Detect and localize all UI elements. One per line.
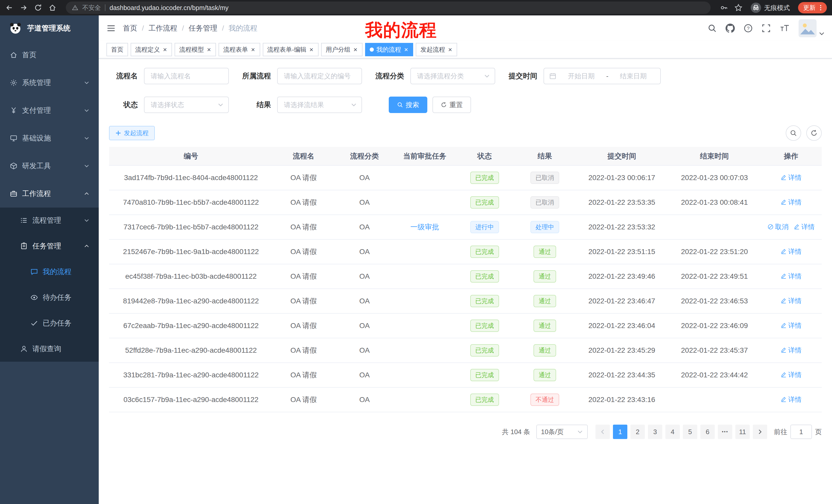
detail-button[interactable]: 详情 [781,173,802,182]
search-icon[interactable] [707,24,717,33]
sidebar-item-process-management[interactable]: 流程管理 [0,207,99,233]
close-icon[interactable]: × [448,46,452,53]
sidebar-item-my-process[interactable]: 我的流程 [0,259,99,285]
category-select[interactable]: 请选择流程分类 [410,68,495,84]
page-button-2[interactable]: 2 [630,425,645,439]
cell-result: 处理中 [515,215,575,240]
sidebar-item-task-management[interactable]: 任务管理 [0,233,99,259]
breadcrumb-item[interactable]: 首页 [123,23,137,33]
cancel-button[interactable]: 取消 [768,222,788,231]
browser-menu-dots-icon[interactable] [817,4,824,11]
detail-button[interactable]: 详情 [781,247,802,256]
chevron-down-icon [84,218,89,223]
chat-icon [30,268,38,276]
page-button-1[interactable]: 1 [613,425,627,439]
cell-category: OA [334,289,395,313]
sidebar-item-home[interactable]: 首页 [0,41,99,69]
sidebar-item-label: 研发工具 [22,161,51,171]
fullscreen-icon[interactable] [761,24,771,33]
category-label: 流程分类 [375,71,404,81]
toggle-search-button[interactable] [786,125,801,141]
sidebar-item-workflow[interactable]: 工作流程 [0,180,99,207]
page-button-6[interactable]: 6 [700,425,715,439]
browser-back-icon[interactable] [5,4,14,12]
detail-button[interactable]: 详情 [794,222,815,231]
process-name-input[interactable] [144,68,229,84]
sidebar-item-leave-query[interactable]: 请假查询 [0,336,99,362]
cell-end-time: 2022-01-22 23:46:53 [669,289,760,313]
update-button-label: 更新 [803,4,815,12]
tab-home[interactable]: 首页 [106,43,128,56]
detail-button[interactable]: 详情 [781,198,802,207]
create-process-button[interactable]: 发起流程 [109,126,155,140]
detail-button[interactable]: 详情 [781,321,802,330]
prev-page-button[interactable] [595,425,610,439]
status-badge: 已完成 [470,369,499,381]
edit-icon [781,347,787,353]
close-icon[interactable]: × [251,46,255,53]
detail-button[interactable]: 详情 [781,395,802,404]
user-avatar[interactable] [799,19,824,37]
detail-button[interactable]: 详情 [781,370,802,380]
edit-icon [794,224,800,230]
tab-process-form[interactable]: 流程表单× [218,43,260,56]
github-icon[interactable] [726,24,735,33]
page-ellipsis[interactable]: ••• [718,425,732,439]
browser-reload-icon[interactable] [34,4,42,12]
column-header: 当前审批任务 [395,147,455,165]
result-select[interactable]: 请选择流结果 [277,96,362,113]
breadcrumb-item[interactable]: 工作流程 [149,23,177,33]
tab-process-model[interactable]: 流程模型× [175,43,216,56]
page-size-select[interactable]: 10条/页 [536,425,588,439]
search-button[interactable]: 搜索 [389,96,427,113]
tab-user-group[interactable]: 用户分组× [321,43,363,56]
sidebar-item-label: 系统管理 [22,78,51,88]
page-button-3[interactable]: 3 [648,425,662,439]
page-button-11[interactable]: 11 [735,425,750,439]
current-task-link[interactable]: 一级审批 [410,223,439,231]
eye-icon [30,293,38,301]
submit-time-range-picker[interactable]: 开始日期 - 结束日期 [544,68,661,84]
detail-button[interactable]: 详情 [781,346,802,355]
font-size-icon[interactable] [780,24,790,32]
close-icon[interactable]: × [206,46,211,53]
close-icon[interactable]: × [162,46,167,53]
sidebar-item-infra[interactable]: 基础设施 [0,124,99,152]
tab-process-definition[interactable]: 流程定义× [131,43,172,56]
tab-start-process[interactable]: 发起流程× [416,43,457,56]
sidebar-toggle-icon[interactable] [106,24,116,33]
sidebar-item-system[interactable]: 系统管理 [0,69,99,96]
update-button[interactable]: 更新 [798,2,827,13]
status-select[interactable]: 请选择状态 [144,96,229,113]
browser-forward-icon[interactable] [20,4,28,12]
process-table: 编号流程名流程分类当前审批任务状态结果提交时间结束时间操作 3ad174fb-7… [109,147,822,412]
detail-button[interactable]: 详情 [781,297,802,305]
close-icon[interactable]: × [353,46,358,53]
chevron-down-icon [577,429,583,435]
browser-home-icon[interactable] [48,4,57,12]
page-button-4[interactable]: 4 [666,425,680,439]
goto-page-input[interactable] [790,425,812,439]
close-icon[interactable]: × [309,46,314,53]
sidebar-item-todo-tasks[interactable]: 待办任务 [0,285,99,310]
bookmark-star-icon[interactable] [734,4,743,12]
page-button-5[interactable]: 5 [683,425,697,439]
cell-result: 通过 [515,289,575,313]
tab-my-process[interactable]: 我的流程× [365,43,413,56]
help-icon[interactable]: ? [744,24,753,33]
breadcrumb-item[interactable]: 任务管理 [189,23,217,33]
sidebar-item-devtools[interactable]: 研发工具 [0,152,99,180]
next-page-button[interactable] [753,425,767,439]
refresh-table-button[interactable] [806,125,822,141]
reset-button[interactable]: 重置 [433,96,471,113]
process-id-input[interactable] [277,68,362,84]
password-key-icon[interactable] [720,4,728,12]
sidebar-item-payment[interactable]: 支付管理 [0,96,99,124]
cell-submit-time: 2022-01-22 23:49:46 [575,264,669,289]
cell-category: OA [334,387,395,412]
sidebar-item-done-tasks[interactable]: 已办任务 [0,310,99,336]
address-bar[interactable]: 不安全 dashboard.yudao.iocoder.cn/bpm/task/… [66,2,711,14]
close-icon[interactable]: × [404,46,409,53]
detail-button[interactable]: 详情 [781,272,802,281]
tab-process-form-edit[interactable]: 流程表单-编辑× [263,43,318,56]
